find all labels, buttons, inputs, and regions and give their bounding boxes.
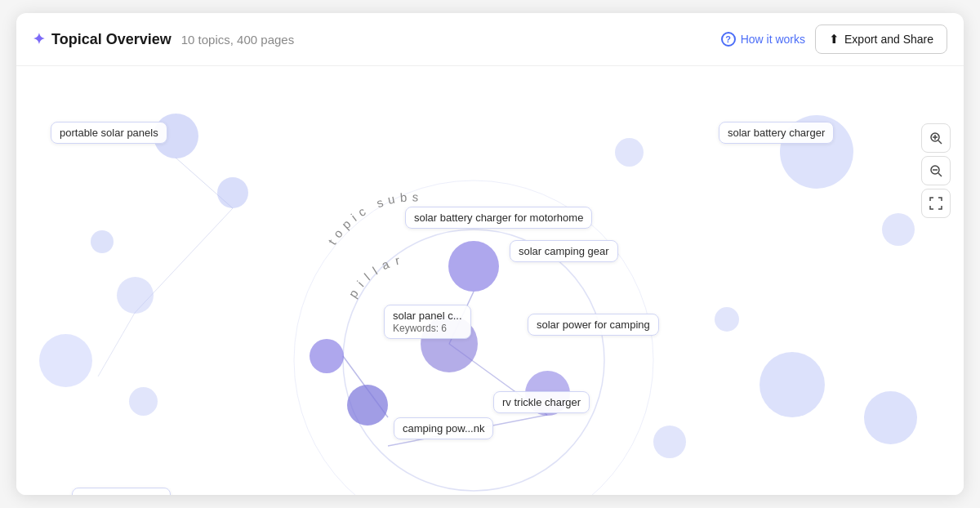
svg-line-17 (938, 173, 942, 176)
header-title: ✦ Topical Overview 10 topics, 400 pages (33, 30, 294, 48)
zoom-out-button[interactable] (921, 156, 951, 185)
how-it-works-label: How it works (741, 33, 805, 46)
export-icon: ⬆ (829, 32, 840, 47)
bubble-b9 (448, 241, 499, 292)
bubble-b2 (217, 177, 248, 208)
label-rv-trickle-charger[interactable]: rv trickle charger (493, 391, 590, 413)
reset-zoom-button[interactable] (921, 189, 951, 218)
bubble-b16 (864, 391, 917, 444)
svg-line-14 (938, 140, 942, 144)
app-container: ✦ Topical Overview 10 topics, 400 pages … (16, 13, 964, 495)
page-subtitle: 10 topics, 400 pages (181, 33, 294, 47)
label-solar-battery-charger[interactable]: solar battery charger (719, 122, 834, 144)
svg-line-4 (98, 313, 135, 377)
svg-text:pillar: pillar (345, 252, 408, 301)
bubble-b8 (347, 385, 388, 426)
header: ✦ Topical Overview 10 topics, 400 pages … (16, 13, 964, 66)
sparkle-icon: ✦ (33, 30, 45, 48)
label-camping-power-bank[interactable]: camping pow...nk (394, 417, 493, 439)
export-label: Export and Share (844, 33, 933, 46)
bubble-b15 (760, 352, 825, 417)
bubble-b14 (715, 307, 739, 332)
arc-text-topic-subs: topic subs (318, 148, 506, 254)
label-solar-camping-gear[interactable]: solar camping gear (510, 240, 618, 262)
bubble-b7 (310, 339, 344, 373)
question-icon: ? (721, 32, 736, 47)
header-actions: ? How it works ⬆ Export and Share (721, 25, 947, 54)
label-solar-battery-charger-motorhome[interactable]: solar battery charger for motorhome (405, 207, 592, 229)
bubble-b4 (117, 277, 154, 314)
bubble-b5 (39, 334, 92, 387)
zoom-in-button[interactable] (921, 123, 951, 153)
page-title: Topical Overview (51, 31, 172, 48)
label-solar-power-for-camping[interactable]: solar power for camping (528, 314, 659, 336)
bubble-b6 (129, 387, 158, 416)
export-button[interactable]: ⬆ Export and Share (815, 25, 947, 54)
zoom-controls (921, 123, 951, 218)
canvas-area: topic subs pillar portable solar panelss… (16, 66, 964, 495)
label-portable-solar-panels[interactable]: portable solar panels (51, 122, 167, 144)
bubble-b18 (615, 138, 644, 167)
how-it-works-button[interactable]: ? How it works (721, 32, 805, 47)
label-solar-power-bank[interactable]: solar power bank (72, 488, 171, 495)
bubble-b17 (653, 426, 686, 458)
bubble-b3 (91, 230, 114, 253)
label-solar-panel-c[interactable]: solar panel c...Keywords: 6 (384, 305, 471, 339)
bubble-b13 (882, 213, 915, 246)
